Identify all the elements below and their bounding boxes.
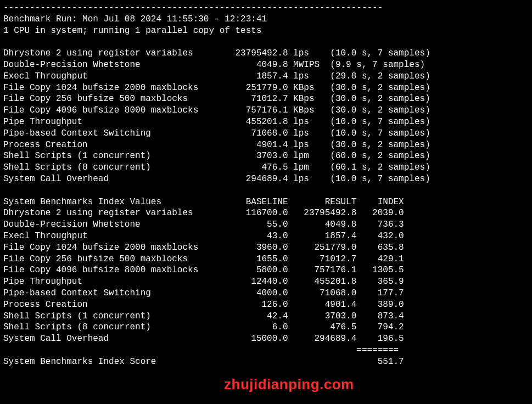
- terminal-output: ----------------------------------------…: [0, 0, 532, 370]
- watermark-text: zhujidianping.com: [224, 375, 354, 394]
